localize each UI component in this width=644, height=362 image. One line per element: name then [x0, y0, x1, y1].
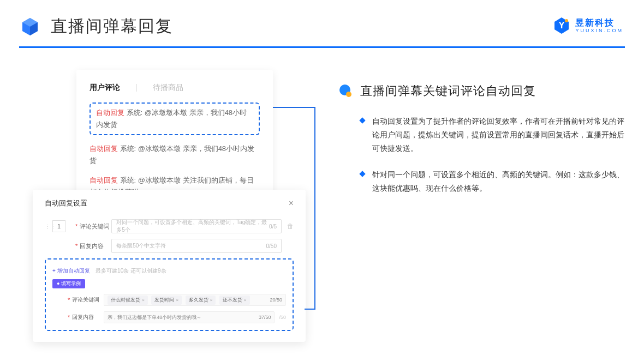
logo-icon: Y: [552, 16, 571, 35]
reply-label: 回复内容: [80, 242, 111, 250]
svg-point-3: [346, 92, 351, 97]
diamond-icon: [359, 117, 365, 123]
close-icon[interactable]: ×: [289, 198, 294, 208]
counter-outer: /50: [279, 315, 286, 320]
tab-user-comments[interactable]: 用户评论: [90, 83, 120, 93]
keyword-label: 评论关键词: [80, 222, 111, 231]
diamond-icon: [359, 171, 365, 177]
example-box: + 增加自动回复 最多可建10条 还可以创建9条 ● 填写示例 * 评论关键词 …: [45, 258, 294, 331]
required-asterisk: *: [68, 314, 70, 321]
comment-row: 自动回复 系统: @冰墩墩本墩 亲亲，我们48小时内发货: [90, 143, 260, 167]
tab-separator: |: [135, 83, 138, 93]
drag-handle-icon[interactable]: ⋮⋮: [45, 224, 49, 230]
delete-icon[interactable]: 🗑: [287, 222, 294, 230]
counter: 37/50: [259, 315, 271, 320]
example-reply-input[interactable]: 亲，我们这边都是下单48小时内发货的哦～ 37/50: [104, 311, 275, 323]
add-description: 最多可建10条 还可以创建9条: [96, 268, 166, 274]
modal-title: 自动回复设置: [45, 198, 87, 208]
tag-chip[interactable]: 多久发货×: [186, 295, 216, 305]
point-text: 针对同一个问题，可设置多个相近的、高频的关键词。例如：这款多少钱、这块能优惠吗、…: [372, 168, 625, 195]
logo-cn: 昱新科技: [575, 19, 623, 27]
reply-input[interactable]: 每条限50个中文字符 0/50: [111, 239, 282, 253]
auto-reply-tag: 自动回复: [96, 108, 124, 117]
auto-reply-tag: 自动回复: [90, 176, 118, 184]
example-reply-label: 回复内容: [72, 313, 104, 321]
counter: 0/5: [269, 224, 277, 230]
example-badge: ● 填写示例: [52, 279, 85, 288]
tab-pending-products[interactable]: 待播商品: [153, 83, 183, 93]
auto-reply-settings-modal: 自动回复设置 × ⋮⋮ 1 * 评论关键词 对同一个问题，可设置多个相近、高频的…: [33, 190, 306, 342]
connector-line-2: [305, 309, 315, 310]
example-reply-value: 亲，我们这边都是下单48小时内发货的哦～: [108, 314, 201, 321]
example-keyword-label: 评论关键词: [72, 296, 104, 304]
keyword-input[interactable]: 对同一个问题，可设置多个相近、高频的关键词，Tag确定，最多5个 0/5: [111, 219, 282, 233]
svg-text:Y: Y: [559, 21, 565, 30]
required-asterisk: *: [75, 223, 77, 230]
example-keyword-input[interactable]: 什么时候发货× 发货时间× 多久发货× 还不发货× 20/50: [104, 294, 286, 306]
placeholder-text: 对同一个问题，可设置多个相近、高频的关键词，Tag确定，最多5个: [116, 219, 269, 234]
tag-chip[interactable]: 还不发货×: [219, 295, 250, 305]
tag-chip[interactable]: 什么时候发货×: [108, 295, 148, 305]
svg-point-1: [565, 19, 568, 22]
counter: 20/50: [270, 297, 282, 303]
point-text: 自动回复设置为了提升作者的评论回复效率，作者可在开播前针对常见的评论用户问题，提…: [372, 114, 625, 156]
required-asterisk: *: [68, 297, 70, 303]
cube-icon: [19, 16, 41, 38]
bullet-point: 自动回复设置为了提升作者的评论回复效率，作者可在开播前针对常见的评论用户问题，提…: [338, 114, 625, 156]
counter: 0/50: [266, 243, 277, 249]
bullet-point: 针对同一个问题，可设置多个相近的、高频的关键词。例如：这款多少钱、这块能优惠吗、…: [338, 168, 625, 195]
logo-en: YUUXIN.COM: [575, 28, 623, 33]
page-title: 直播间弹幕回复: [51, 15, 173, 38]
add-auto-reply-link[interactable]: + 增加自动回复: [52, 268, 90, 274]
section-bullet-icon: [338, 84, 353, 98]
section-title: 直播间弹幕关键词评论自动回复: [360, 83, 536, 99]
placeholder-text: 每条限50个中文字符: [116, 242, 166, 250]
rule-number: 1: [52, 220, 65, 232]
required-asterisk: *: [75, 243, 77, 249]
comment-row: 自动回复 系统: @冰墩墩本墩 亲亲，我们48小时内发货: [96, 107, 253, 131]
tabs: 用户评论 | 待播商品: [90, 83, 260, 93]
highlighted-comment: 自动回复 系统: @冰墩墩本墩 亲亲，我们48小时内发货: [90, 102, 260, 135]
brand-logo: Y 昱新科技 YUUXIN.COM: [552, 16, 623, 35]
tag-chip[interactable]: 发货时间×: [151, 295, 182, 305]
auto-reply-tag: 自动回复: [90, 144, 118, 153]
